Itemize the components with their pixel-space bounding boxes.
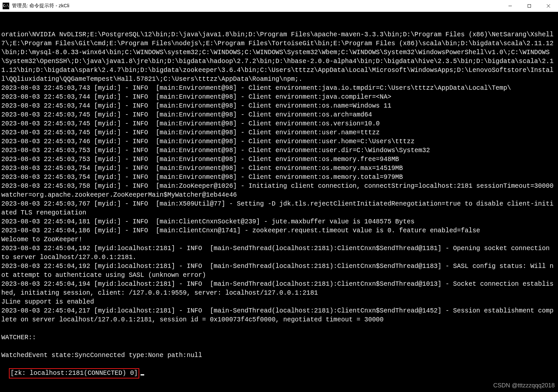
terminal-line: 2023-08-03 22:45:04,186 [myid:] - INFO [… (1, 226, 557, 235)
minimize-icon (508, 4, 512, 8)
csdn-watermark: CSDN @tttzzzqqq2018 (493, 381, 555, 390)
terminal-line: 2023-08-03 22:45:03,753 [myid:] - INFO [… (1, 146, 557, 155)
terminal-line (1, 342, 557, 351)
svg-rect-1 (528, 4, 531, 7)
cmd-icon: C:\ (3, 3, 9, 9)
close-button[interactable] (539, 0, 558, 12)
terminal-line: 2023-08-03 22:45:03,745 [myid:] - INFO [… (1, 128, 557, 137)
terminal-line: 2023-08-03 22:45:03,746 [myid:] - INFO [… (1, 137, 557, 146)
terminal-line: 2023-08-03 22:45:03,744 [myid:] - INFO [… (1, 93, 557, 102)
terminal-line: 2023-08-03 22:45:03,753 [myid:] - INFO [… (1, 155, 557, 164)
terminal-line: WatchedEvent state:SyncConnected type:No… (1, 351, 557, 360)
terminal-line (1, 324, 557, 333)
terminal-line: 2023-08-03 22:45:03,767 [myid:] - INFO [… (1, 200, 557, 217)
terminal-line: 2023-08-03 22:45:03,754 [myid:] - INFO [… (1, 164, 557, 173)
terminal-line: Welcome to ZooKeeper! (1, 235, 557, 244)
zk-prompt-highlight: [zk: localhost:2181(CONNECTED) 0] (9, 368, 139, 378)
window-titlebar: C:\ 管理员: 命令提示符 - zkCli (0, 0, 558, 12)
window-title: 管理员: 命令提示符 - zkCli (12, 3, 69, 9)
terminal-line: JLine support is enabled (1, 298, 557, 307)
terminal-output[interactable]: oration\NVIDIA NvDLISR;E:\PostgreSQL\12\… (0, 12, 558, 392)
minimize-button[interactable] (501, 0, 520, 12)
terminal-line: 2023-08-03 22:45:03,745 [myid:] - INFO [… (1, 111, 557, 119)
terminal-line: 2023-08-03 22:45:04,192 [myid:localhost:… (1, 244, 557, 262)
terminal-line: oration\NVIDIA NvDLISR;E:\PostgreSQL\12\… (1, 30, 557, 84)
terminal-line: 2023-08-03 22:45:03,758 [myid:] - INFO [… (1, 182, 557, 200)
terminal-line: 2023-08-03 22:45:04,192 [myid:localhost:… (1, 262, 557, 280)
terminal-line: 2023-08-03 22:45:03,754 [myid:] - INFO [… (1, 173, 557, 182)
cmd-icon-label: C:\ (3, 4, 9, 8)
maximize-icon (527, 4, 531, 8)
close-icon (546, 4, 550, 8)
terminal-cursor (141, 374, 144, 376)
terminal-line: 2023-08-03 22:45:03,745 [myid:] - INFO [… (1, 119, 557, 128)
terminal-lines: oration\NVIDIA NvDLISR;E:\PostgreSQL\12\… (1, 30, 557, 360)
terminal-line: 2023-08-03 22:45:03,744 [myid:] - INFO [… (1, 102, 557, 111)
maximize-button[interactable] (520, 0, 539, 12)
zk-prompt: [zk: localhost:2181(CONNECTED) 0] (10, 370, 138, 377)
terminal-line: 2023-08-03 22:45:04,194 [myid:localhost:… (1, 280, 557, 298)
terminal-line: 2023-08-03 22:45:04,181 [myid:] - INFO [… (1, 217, 557, 226)
terminal-line: 2023-08-03 22:45:03,743 [myid:] - INFO [… (1, 84, 557, 93)
terminal-line: 2023-08-03 22:45:04,217 [myid:localhost:… (1, 307, 557, 324)
terminal-line: WATCHER:: (1, 333, 557, 342)
